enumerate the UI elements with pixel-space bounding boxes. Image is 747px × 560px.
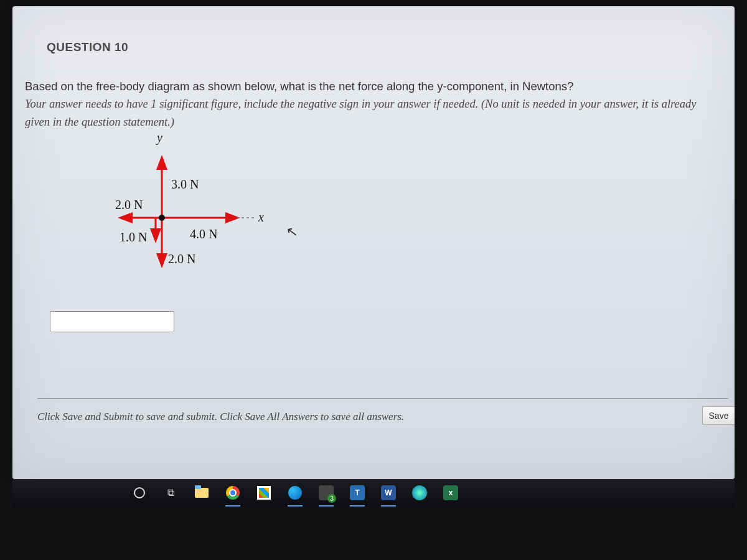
axis-y-label: y <box>157 131 162 145</box>
chrome-icon[interactable] <box>224 484 242 502</box>
question-prompt: Based on the free-body diagram as shown … <box>25 78 722 131</box>
answer-input[interactable] <box>50 311 174 332</box>
excel-icon[interactable]: x <box>442 484 459 502</box>
force-down-small-label: 1.0 N <box>120 230 147 245</box>
quiz-screen: QUESTION 10 Based on the free-body diagr… <box>12 6 735 479</box>
cortana-icon[interactable] <box>131 484 148 502</box>
divider <box>37 398 728 399</box>
force-left-label: 2.0 N <box>115 198 143 212</box>
prompt-note-text: Your answer needs to have 1 significant … <box>25 98 697 128</box>
save-button[interactable]: Save <box>702 406 735 425</box>
force-down-large-label: 2.0 N <box>168 252 195 266</box>
app-globe-icon[interactable] <box>411 484 428 502</box>
file-explorer-icon[interactable] <box>193 484 210 502</box>
app-t-icon[interactable]: T <box>349 484 366 502</box>
footer-hint: Click Save and Submit to save and submit… <box>37 411 404 423</box>
edge-icon[interactable] <box>286 484 304 502</box>
ms-store-icon[interactable] <box>255 484 273 502</box>
free-body-diagram: y x 3.0 N 2.0 N 1.0 N 4.0 N 2.0 N <box>68 131 280 292</box>
badge-count: 3 <box>327 494 336 503</box>
app-badge-icon[interactable]: 3 <box>317 484 335 502</box>
cursor-icon: ↖ <box>285 223 298 241</box>
svg-point-5 <box>159 215 165 221</box>
prompt-main-text: Based on the free-body diagram as shown … <box>25 80 573 93</box>
diagram-svg <box>68 131 280 292</box>
word-icon[interactable]: W <box>380 484 397 502</box>
task-view-icon[interactable]: ⧉ <box>162 484 179 502</box>
question-header: QUESTION 10 <box>47 40 128 54</box>
force-up-label: 3.0 N <box>171 177 199 192</box>
taskbar: ⧉ 3 T W x <box>12 479 735 506</box>
force-right-label: 4.0 N <box>190 227 217 241</box>
save-button-label: Save <box>709 411 729 421</box>
axis-x-label: x <box>258 210 264 225</box>
